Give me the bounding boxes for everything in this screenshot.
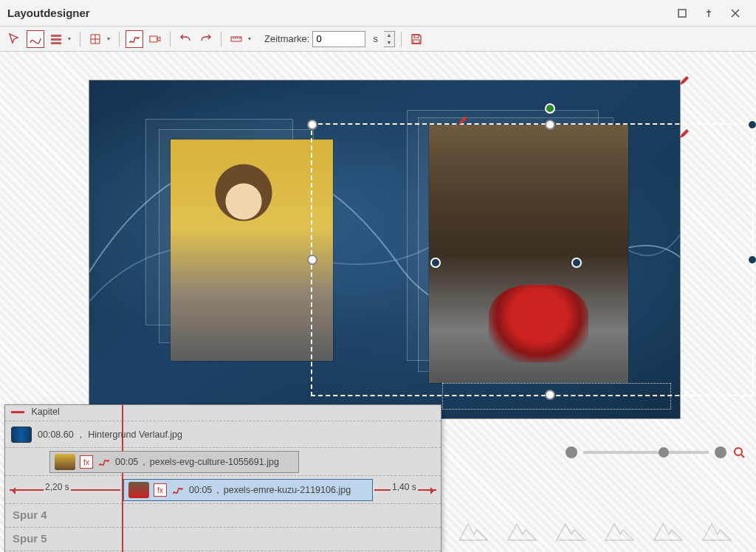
- zoom-in-button[interactable]: [715, 446, 726, 458]
- timemark-input[interactable]: [312, 31, 365, 47]
- grid-dropdown-icon[interactable]: ▾: [107, 35, 113, 42]
- mountain-icon: [701, 520, 734, 542]
- edit-corner-icon[interactable]: [678, 75, 690, 86]
- clip-thumbnail: [128, 482, 149, 498]
- chapter-row: Kapitel: [5, 405, 441, 421]
- toolbar-separator: [401, 32, 402, 46]
- resize-handle-e[interactable]: [747, 255, 756, 265]
- motion-path-button[interactable]: [126, 30, 143, 48]
- clip-filename: pexels-evg-culture-1055691.jpg: [150, 457, 279, 467]
- layout-stage[interactable]: [89, 80, 681, 419]
- mountain-icon: [604, 520, 636, 542]
- toolbar-separator: [119, 32, 120, 46]
- timeline-panel: Kapitel 00:08.60, Hintergrund Verlauf.jp…: [4, 404, 441, 552]
- rotate-left-button[interactable]: [176, 30, 194, 48]
- clip-item-selected[interactable]: fx 00:05, pexels-emre-kuzu-2119106.jpg: [123, 479, 373, 501]
- rotate-right-button[interactable]: [197, 30, 215, 48]
- svg-rect-7: [413, 40, 419, 44]
- zoom-fit-button[interactable]: [732, 446, 746, 459]
- resize-handle-nw[interactable]: [307, 120, 317, 130]
- camera-pan-button[interactable]: [146, 30, 164, 48]
- mountain-icon: [506, 520, 539, 542]
- track-4-label[interactable]: Spur 4: [5, 504, 441, 528]
- track-2[interactable]: fx 00:05, pexels-evg-culture-1055691.jpg: [5, 448, 441, 476]
- svg-rect-1: [51, 35, 61, 37]
- clip-duration: 00:08.60: [38, 429, 74, 440]
- close-button[interactable]: [722, 0, 749, 27]
- mountain-icon: [653, 520, 685, 542]
- resize-handle-ne[interactable]: [747, 120, 756, 130]
- center-anchor-handle[interactable]: [430, 258, 441, 268]
- svg-rect-4: [150, 36, 157, 42]
- motion-path-icon: [171, 483, 185, 497]
- resize-handle-s[interactable]: [545, 390, 555, 400]
- layers-tool-button[interactable]: [47, 30, 65, 48]
- toolbar-separator: [80, 32, 80, 46]
- grid-tool-button[interactable]: [86, 30, 104, 48]
- title-bar: Layoutdesigner: [0, 0, 756, 27]
- clip-duration: 00:05: [189, 485, 212, 495]
- anchor-handle[interactable]: [571, 258, 582, 268]
- chapter-marker-icon: [11, 411, 24, 413]
- background-track[interactable]: 00:08.60, Hintergrund Verlauf.jpg: [5, 421, 441, 448]
- layers-dropdown-icon[interactable]: ▾: [68, 35, 74, 42]
- ruler-dropdown-icon[interactable]: ▾: [248, 35, 254, 42]
- pin-button[interactable]: [695, 0, 722, 27]
- motion-path-icon: [97, 455, 111, 469]
- resize-handle-n[interactable]: [545, 120, 555, 130]
- select-tool-button[interactable]: [6, 30, 24, 48]
- toolbar: ▾ ▾ ▾ Zeitmarke: s ▲▼: [0, 27, 756, 52]
- timemark-unit: s: [373, 33, 378, 44]
- mountain-icon: [555, 520, 588, 542]
- edit-point-icon[interactable]: [457, 114, 469, 126]
- selection-box[interactable]: [311, 123, 754, 396]
- curve-tool-button[interactable]: [27, 30, 44, 48]
- footer-decoration: [443, 509, 756, 552]
- fx-badge-icon[interactable]: fx: [80, 455, 93, 469]
- fx-badge-icon[interactable]: fx: [154, 483, 167, 497]
- clip-duration: 00:05: [115, 457, 138, 467]
- spin-up-icon[interactable]: ▲: [384, 32, 394, 39]
- zoom-controls: [566, 446, 746, 459]
- zoom-out-button[interactable]: [566, 446, 577, 458]
- svg-point-8: [735, 448, 742, 455]
- edit-point-icon[interactable]: [678, 128, 690, 139]
- clip-filename: Hintergrund Verlauf.jpg: [88, 429, 182, 440]
- gap-label-left: 2,20 s: [44, 482, 71, 492]
- track-5-label[interactable]: Spur 5: [5, 528, 441, 551]
- clip-filename: pexels-emre-kuzu-2119106.jpg: [224, 485, 351, 495]
- window-title: Layoutdesigner: [7, 7, 669, 19]
- timemark-label: Zeitmarke:: [264, 33, 309, 44]
- toolbar-separator: [170, 32, 171, 46]
- clip-thumbnail: [55, 454, 75, 470]
- resize-handle-w[interactable]: [307, 255, 317, 265]
- svg-rect-0: [678, 10, 686, 17]
- rotate-handle[interactable]: [545, 103, 555, 114]
- svg-rect-2: [51, 38, 61, 41]
- timemark-spinner[interactable]: ▲▼: [384, 31, 395, 47]
- mountain-icon: [458, 520, 490, 542]
- canvas-area: Kapitel 00:08.60, Hintergrund Verlauf.jp…: [0, 52, 756, 552]
- save-button[interactable]: [408, 30, 425, 48]
- maximize-button[interactable]: [669, 0, 695, 27]
- zoom-slider-thumb[interactable]: [659, 447, 669, 458]
- image-object-1[interactable]: [171, 139, 333, 361]
- clip-thumbnail: [11, 427, 32, 443]
- gap-label-right: 1,40 s: [391, 482, 418, 492]
- toolbar-separator: [221, 32, 221, 46]
- track-3[interactable]: 2,20 s fx 00:05, pexels-emre-kuzu-211910…: [5, 476, 441, 504]
- svg-rect-3: [51, 42, 61, 44]
- zoom-slider[interactable]: [583, 451, 709, 454]
- chapter-label: Kapitel: [31, 407, 59, 417]
- ruler-button[interactable]: [227, 30, 245, 48]
- spin-down-icon[interactable]: ▼: [384, 39, 394, 46]
- clip-item[interactable]: fx 00:05, pexels-evg-culture-1055691.jpg: [49, 451, 299, 473]
